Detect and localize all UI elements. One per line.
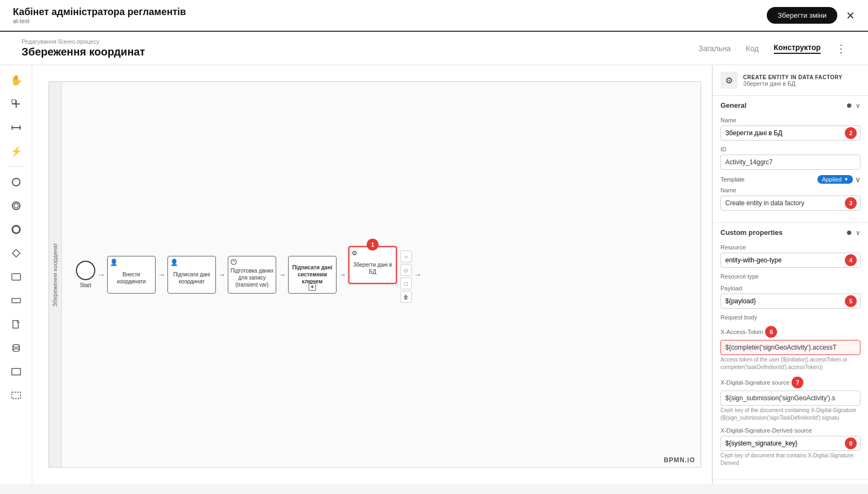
left-toolbar: ✋ ⚡ xyxy=(0,65,32,484)
applied-badge-chevron: ▼ xyxy=(844,177,849,182)
tool-rect-outline[interactable] xyxy=(6,362,26,381)
payload-field-input[interactable] xyxy=(721,294,845,308)
name-field-row[interactable]: 2 xyxy=(720,126,860,141)
save-button[interactable]: Зберегти зміни xyxy=(767,7,837,24)
app-subtitle: at-test xyxy=(13,18,186,24)
template-name-value: Create entity in data factory xyxy=(721,196,845,210)
bpmn-canvas[interactable]: Збереження координат Start → 👤 Внести ко… xyxy=(48,81,701,468)
task-box-1[interactable]: 👤 Внести координати xyxy=(107,256,156,294)
task-icon-3 xyxy=(230,259,237,268)
nav-general[interactable]: Загальна xyxy=(698,44,731,53)
canvas-area[interactable]: Збереження координат Start → 👤 Внести ко… xyxy=(32,65,712,484)
panel-header: ⚙ CREATE ENTITY IN DATA FACTORY Зберегти… xyxy=(713,65,868,96)
resource-field-row[interactable]: 4 xyxy=(720,253,860,268)
tool-circle-full[interactable] xyxy=(6,220,26,239)
tool-rectangle[interactable] xyxy=(6,267,26,287)
nav-constructor[interactable]: Конструктор xyxy=(774,43,821,54)
resource-field-input[interactable] xyxy=(721,253,845,267)
task-box-4[interactable]: Підписати дані системним ключем + xyxy=(288,256,337,294)
tool-rectangle-small[interactable] xyxy=(6,291,26,310)
arrow-1: → xyxy=(95,270,107,279)
bpmn-task-2[interactable]: 👤 Підписати дані координат xyxy=(167,256,216,294)
template-field-group: Template Applied ▼ ∨ Name xyxy=(720,175,860,211)
template-label: Template xyxy=(720,176,745,183)
svg-marker-8 xyxy=(12,249,20,257)
resource-badge: 4 xyxy=(845,254,857,266)
tool-lightning[interactable]: ⚡ xyxy=(6,142,26,161)
tool-circle-empty[interactable] xyxy=(6,172,26,192)
x-digital-signature-derived-row[interactable]: 8 xyxy=(720,436,860,451)
bpmn-task-4[interactable]: Підписати дані системним ключем + xyxy=(288,256,337,294)
name-badge: 2 xyxy=(845,127,857,139)
x-digital-signature-derived-input[interactable] xyxy=(721,436,845,450)
payload-field-row[interactable]: 5 xyxy=(720,294,860,309)
applied-badge-text: Applied xyxy=(822,176,842,183)
general-section-header-left: General xyxy=(720,101,746,109)
arrow-4: → xyxy=(276,270,288,279)
tool-database[interactable] xyxy=(6,338,26,358)
custom-section-controls: ∨ xyxy=(847,229,860,236)
svg-point-5 xyxy=(12,202,20,210)
page-title: Збереження координат xyxy=(22,46,145,58)
x-digital-signature-derived-label-row: X-Digital-Signature-Derived source xyxy=(720,427,860,434)
node-action-rect[interactable]: □ xyxy=(400,277,412,289)
name-field-input[interactable] xyxy=(721,126,845,140)
node-action-delete[interactable]: 🗑 xyxy=(400,291,412,303)
svg-rect-2 xyxy=(12,100,16,103)
close-button[interactable]: ✕ xyxy=(846,9,855,22)
bpmn-start-event[interactable]: Start xyxy=(76,261,95,288)
node-action-circle[interactable]: ○ xyxy=(400,251,412,262)
arrow-5: → xyxy=(337,270,348,279)
task-label-2: Підписати дані координат xyxy=(170,271,213,285)
id-field-value: Activity_14ggrc7 xyxy=(720,155,860,170)
process-label-text: Збереження координат xyxy=(52,242,59,306)
app-header: Кабінет адміністратора регламентів at-te… xyxy=(0,0,868,32)
tool-diamond[interactable] xyxy=(6,243,26,263)
tool-hand[interactable]: ✋ xyxy=(6,71,26,90)
bpmn-task-5-wrapper[interactable]: 1 ⚙ Зберегти дані в БД xyxy=(348,246,397,284)
task-icon-2: 👤 xyxy=(170,259,178,267)
template-name-badge: 3 xyxy=(845,197,857,209)
sub-header: Редагування бізнес-процесу Збереження ко… xyxy=(0,32,868,65)
tool-page[interactable] xyxy=(6,315,26,334)
applied-badge[interactable]: Applied ▼ xyxy=(817,175,853,184)
task-label-1: Внести координати xyxy=(110,271,153,285)
nav-code[interactable]: Код xyxy=(746,44,759,53)
bpmn-task-5-group: 1 ⚙ Зберегти дані в БД ○ ◇ □ 🗑 xyxy=(348,246,412,303)
breadcrumb: Редагування бізнес-процесу xyxy=(22,38,145,45)
template-row: Template Applied ▼ ∨ xyxy=(720,175,860,184)
template-expand-icon[interactable]: ∨ xyxy=(855,175,860,184)
id-field-group: ID Activity_14ggrc7 xyxy=(720,146,860,170)
custom-section-dot xyxy=(847,231,851,235)
bpmn-task-1[interactable]: 👤 Внести координати xyxy=(107,256,156,294)
node-action-diamond[interactable]: ◇ xyxy=(400,264,412,276)
custom-properties-section-header[interactable]: Custom properties ∨ xyxy=(713,223,868,242)
x-access-token-group: X-Access-Token 6 ${completer('signGeoAct… xyxy=(720,326,860,371)
svg-point-15 xyxy=(13,349,19,352)
badge-1: 1 xyxy=(367,239,379,251)
general-section-header[interactable]: General ∨ xyxy=(713,96,868,115)
bpmn-task-3[interactable]: Підготовка даних для запису (transient v… xyxy=(228,256,276,294)
tool-dotted-rect[interactable] xyxy=(6,386,26,405)
x-access-token-value[interactable]: ${completer('signGeoActivity').accessT xyxy=(720,340,860,355)
start-event-circle[interactable] xyxy=(76,261,95,280)
custom-properties-section-header-left: Custom properties xyxy=(720,228,783,236)
resource-field-group: Resource 4 xyxy=(720,244,860,268)
task-plus-icon: + xyxy=(309,283,316,291)
custom-properties-body: Resource 4 Resource type Payload 5 xyxy=(713,242,868,479)
panel-title: CREATE ENTITY IN DATA FACTORY xyxy=(743,74,843,80)
tool-circle-ring[interactable] xyxy=(6,196,26,215)
task-box-5[interactable]: ⚙ Зберегти дані в БД xyxy=(348,246,397,284)
nav-more-icon[interactable]: ⋮ xyxy=(836,42,846,55)
general-section-chevron: ∨ xyxy=(856,102,860,109)
x-digital-signature-value[interactable]: ${sign_submission('signGeoActivity').s xyxy=(720,391,860,406)
x-access-token-label-row: X-Access-Token 6 xyxy=(720,326,860,338)
task-box-3[interactable]: Підготовка даних для запису (transient v… xyxy=(228,256,276,294)
tool-separator-1 xyxy=(8,166,24,167)
name-field-group: Name 2 xyxy=(720,117,860,141)
tool-arrows[interactable] xyxy=(6,118,26,137)
svg-point-12 xyxy=(13,345,19,347)
task-box-2[interactable]: 👤 Підписати дані координат xyxy=(167,256,216,294)
tool-cross[interactable] xyxy=(6,94,26,114)
request-body-group: Request body xyxy=(720,314,860,321)
